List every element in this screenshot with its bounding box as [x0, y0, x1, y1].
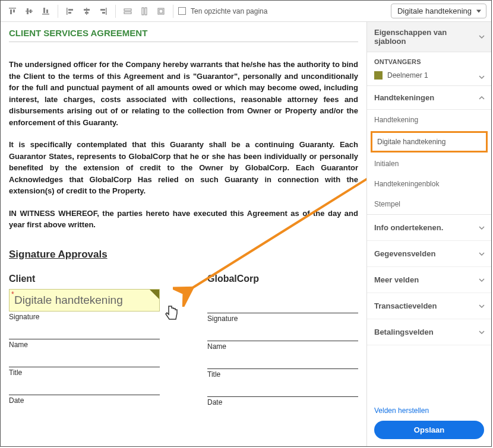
- chevron-down-icon: [478, 74, 485, 81]
- paragraph-1: The undersigned officer for the Company …: [9, 59, 358, 128]
- date-line[interactable]: [207, 396, 358, 397]
- chevron-down-icon: [478, 329, 485, 336]
- title-line[interactable]: [207, 368, 358, 369]
- recipient-color-swatch: [374, 71, 383, 80]
- more-fields-label: Meer velden: [374, 275, 419, 284]
- signature-approvals-heading: Signature Approvals: [9, 249, 358, 260]
- svg-rect-23: [159, 9, 163, 13]
- dropdown-value: Digitale handtekening: [397, 7, 472, 15]
- toolbar-separator: [58, 5, 58, 18]
- info-label: Info ondertekenen.: [374, 223, 443, 232]
- signature-column-client: Client * Digitale handtekening Signature…: [9, 274, 160, 406]
- svg-rect-7: [43, 8, 45, 13]
- svg-rect-13: [84, 9, 90, 11]
- template-properties-header[interactable]: Eigenschappen van sjabloon: [367, 22, 491, 52]
- field-initials[interactable]: Initialen: [367, 154, 491, 174]
- match-both-icon[interactable]: [154, 4, 168, 18]
- svg-rect-6: [42, 14, 49, 15]
- alignment-toolbar: Ten opzichte van pagina Digitale handtek…: [1, 1, 491, 22]
- chevron-down-icon: [478, 303, 485, 310]
- data-fields-section-header[interactable]: Gegevensvelden: [367, 241, 491, 267]
- field-stamp[interactable]: Stempel: [367, 194, 491, 214]
- chevron-down-icon: [478, 250, 485, 258]
- template-properties-label: Eigenschappen van sjabloon: [374, 28, 447, 46]
- document-title: CLIENT SERVICES AGREEMENT: [9, 28, 358, 42]
- align-bottom-icon[interactable]: [39, 4, 53, 18]
- paragraph-2: It is specifically contemplated that thi…: [9, 139, 358, 197]
- relative-page-checkbox[interactable]: [178, 7, 186, 15]
- signature-label: Signature: [9, 313, 160, 321]
- align-top-icon[interactable]: [5, 4, 20, 18]
- svg-rect-12: [86, 8, 87, 15]
- field-label: Digitale handtekening: [14, 294, 123, 307]
- signatures-label: Handtekeningen: [374, 93, 434, 102]
- name-label: Name: [9, 341, 160, 349]
- client-heading: Client: [9, 274, 160, 284]
- title-line[interactable]: [9, 367, 160, 367]
- name-line[interactable]: [207, 341, 358, 341]
- align-left-icon[interactable]: [63, 4, 77, 18]
- toolbar-separator: [115, 5, 116, 18]
- match-width-icon[interactable]: [121, 4, 135, 18]
- save-button[interactable]: Opslaan: [374, 421, 484, 439]
- field-corner-icon: [150, 290, 159, 299]
- reset-fields-link[interactable]: Velden herstellen: [374, 406, 429, 415]
- paragraph-3: IN WITNESS WHEREOF, the parties hereto h…: [9, 208, 358, 231]
- date-label: Date: [207, 398, 358, 406]
- svg-rect-19: [124, 12, 131, 14]
- match-height-icon[interactable]: [137, 4, 151, 18]
- title-label: Title: [9, 368, 160, 377]
- info-section-header[interactable]: Info ondertekenen.: [367, 215, 491, 241]
- recipient-row[interactable]: Deelnemer 1: [367, 69, 491, 85]
- svg-rect-17: [102, 12, 105, 14]
- svg-rect-11: [68, 12, 71, 14]
- signature-label: Signature: [207, 314, 358, 323]
- svg-rect-16: [100, 9, 105, 11]
- right-panel: Eigenschappen van sjabloon ONTVANGERS De…: [366, 22, 491, 446]
- digital-signature-field[interactable]: * Digitale handtekening: [9, 289, 160, 312]
- payment-fields-label: Betalingsvelden: [374, 328, 434, 336]
- transaction-fields-label: Transactievelden: [374, 301, 437, 310]
- document-page: CLIENT SERVICES AGREEMENT The undersigne…: [1, 22, 366, 446]
- signature-line[interactable]: [207, 313, 358, 313]
- recipient-name: Deelnemer 1: [387, 71, 428, 80]
- svg-rect-0: [9, 8, 16, 9]
- name-line[interactable]: [9, 339, 160, 339]
- svg-rect-21: [145, 8, 147, 15]
- chevron-up-icon: [478, 94, 485, 101]
- relative-page-label: Ten opzichte van pagina: [191, 7, 267, 15]
- date-label: Date: [9, 396, 160, 405]
- signatures-section-header[interactable]: Handtekeningen: [367, 86, 491, 110]
- svg-rect-1: [10, 9, 12, 14]
- svg-rect-4: [27, 8, 29, 14]
- field-signature[interactable]: Handtekening: [367, 110, 491, 130]
- payment-fields-section-header[interactable]: Betalingsvelden: [367, 319, 491, 345]
- svg-rect-2: [13, 9, 15, 12]
- chevron-down-icon: [478, 33, 485, 40]
- field-signature-block[interactable]: Handtekeningenblok: [367, 174, 491, 194]
- data-fields-label: Gegevensvelden: [374, 249, 435, 258]
- transaction-fields-section-header[interactable]: Transactievelden: [367, 293, 491, 319]
- svg-rect-3: [26, 11, 33, 12]
- required-asterisk: *: [11, 290, 14, 298]
- svg-rect-18: [124, 9, 131, 11]
- align-center-icon[interactable]: [80, 4, 94, 18]
- field-digital-signature[interactable]: Digitale handtekening: [371, 131, 488, 152]
- field-type-dropdown[interactable]: Digitale handtekening: [391, 4, 486, 18]
- align-middle-icon[interactable]: [22, 4, 36, 18]
- svg-rect-9: [67, 8, 68, 15]
- globalcorp-heading: GlobalCorp: [207, 274, 358, 284]
- svg-rect-10: [68, 9, 73, 11]
- signature-field-list: Handtekening Digitale handtekening Initi…: [367, 110, 491, 214]
- name-label: Name: [207, 342, 358, 351]
- signature-column-globalcorp: GlobalCorp Signature Name Title Date: [207, 274, 358, 406]
- recipients-heading: ONTVANGERS: [367, 52, 491, 69]
- svg-rect-15: [106, 8, 107, 15]
- align-right-icon[interactable]: [96, 4, 110, 18]
- svg-rect-5: [30, 9, 31, 13]
- chevron-down-icon: [478, 277, 485, 284]
- svg-rect-20: [142, 8, 144, 15]
- date-line[interactable]: [9, 395, 160, 395]
- chevron-down-icon: [478, 224, 485, 231]
- more-fields-section-header[interactable]: Meer velden: [367, 267, 491, 293]
